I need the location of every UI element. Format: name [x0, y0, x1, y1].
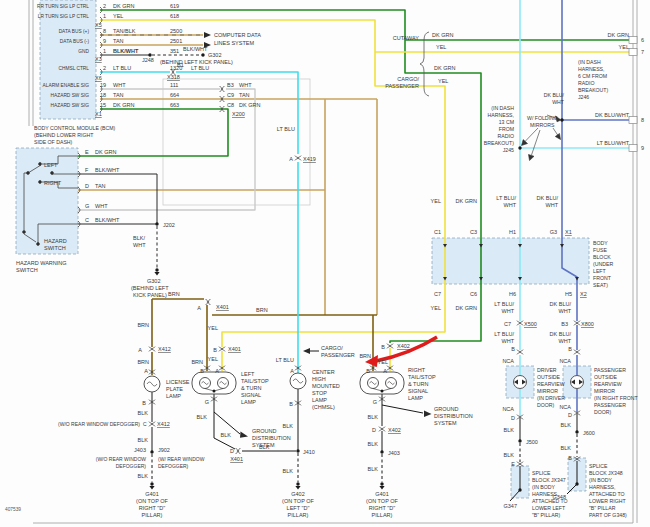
label-172: BLK — [368, 466, 379, 472]
label-188: (IN DASH — [578, 59, 601, 65]
label-123: TAIL/STOP — [408, 374, 436, 380]
label-187: YEL — [438, 78, 448, 84]
label-73: C — [85, 217, 89, 223]
label-96: YEL — [378, 359, 388, 365]
label-68: BLK/WHT — [95, 167, 120, 173]
label-37: 19 — [100, 82, 106, 88]
label-210: DK GRN — [456, 198, 477, 204]
label-216: C3 — [470, 229, 477, 235]
label-113: & TURN — [241, 385, 261, 391]
label-0: RR TURN SIG LP CTRL — [37, 4, 89, 9]
label-146: (ON TOP OF — [136, 498, 168, 504]
chmsl-lamp — [290, 373, 306, 389]
label-142: (W/ REAR WINDOW — [158, 456, 205, 462]
label-79: (BEHIND LEFT — [131, 285, 169, 291]
label-111: LEFT — [241, 371, 255, 377]
label-115: LAMP — [241, 399, 256, 405]
label-21: BLK/WHT — [113, 48, 139, 54]
label-78: G302 — [147, 278, 160, 284]
label-9: DATA BUS (+) — [59, 29, 90, 34]
label-124: & TURN — [408, 381, 428, 387]
label-202: RADIO — [498, 133, 514, 139]
label-195: WHT — [552, 99, 565, 105]
label-23: BLK/WHT — [183, 46, 208, 52]
label-270: J600 — [583, 430, 595, 436]
label-178: DK GRN — [432, 32, 453, 38]
label-91: X401 — [228, 346, 241, 352]
label-85: BRN — [137, 322, 149, 328]
label-11: TAN/BLK — [113, 28, 136, 34]
label-127: G — [205, 399, 209, 405]
label-154: D — [230, 448, 234, 454]
label-175: RIGHT "D" — [369, 505, 395, 511]
label-3: 619 — [170, 3, 179, 9]
label-171: J403 — [388, 450, 400, 456]
label-279: (IN BODY — [532, 484, 556, 490]
label-97: CARGO/ — [321, 345, 343, 351]
label-288: ATTACHED TO — [589, 491, 625, 497]
label-241: X800 — [581, 321, 594, 327]
label-240: B3 — [561, 321, 568, 327]
label-229: LEFT — [593, 268, 607, 274]
label-181: YEL — [436, 44, 446, 50]
label-231: SEAT) — [593, 282, 608, 288]
label-266: D — [568, 412, 572, 418]
label-234: LT BLU/ — [494, 301, 514, 307]
label-36: ALARM ENABLE SIG — [43, 83, 90, 88]
label-120: LAMP — [312, 397, 327, 403]
label-273: E — [511, 461, 515, 467]
label-232: YEL — [431, 305, 441, 311]
label-40: B3 — [227, 82, 234, 88]
label-82: A — [197, 305, 201, 311]
label-139: J902 — [158, 447, 170, 453]
label-70: TAN — [95, 183, 106, 189]
label-86: LT BLU — [277, 126, 295, 132]
label-198: (IN DASH — [491, 105, 514, 111]
label-128: B — [289, 401, 293, 407]
label-64: SWITCH — [16, 267, 38, 273]
driver-mirror-motor — [514, 376, 527, 389]
label-147: RIGHT "D" — [139, 505, 165, 511]
label-201: FROM — [499, 126, 514, 132]
left-tail-lamp — [192, 372, 236, 394]
label-72: WHT — [95, 203, 108, 209]
label-15: TAN — [113, 38, 124, 44]
label-83: X401 — [216, 304, 229, 310]
label-54: X1 — [95, 111, 102, 117]
label-18: LINES SYSTEM — [214, 40, 254, 46]
label-182: YEL — [619, 44, 629, 50]
label-227: BLOCK — [593, 254, 611, 260]
label-51: 663 — [170, 102, 179, 108]
label-263: NCA — [502, 406, 514, 412]
label-221: C6 — [470, 291, 477, 297]
label-239: X500 — [524, 321, 537, 327]
label-248: NCA — [502, 358, 514, 364]
label-32: B1 — [177, 62, 184, 68]
label-12: 2500 — [170, 28, 182, 34]
label-20: 1 — [103, 48, 106, 54]
label-155: X401 — [230, 456, 243, 462]
label-16: 2501 — [170, 38, 182, 44]
label-93: B — [381, 344, 385, 350]
label-38: WHT — [113, 82, 126, 88]
label-257: OUTSIDE — [594, 374, 618, 380]
wiring-diagram-canvas: RR TURN SIG LP CTRL2DK GRN619LR TURN SIG… — [0, 0, 650, 527]
label-289: LOWER RIGHT — [589, 498, 626, 504]
label-236: DK BLU/ — [550, 301, 572, 307]
label-143: DEFOGGER) — [158, 463, 189, 469]
label-62: SWITCH — [44, 245, 66, 251]
wires-lt-blu-wht — [520, 0, 633, 416]
wires-lt-blu — [100, 72, 298, 373]
connector-symbols — [78, 7, 580, 466]
label-267: BLK — [504, 427, 515, 433]
label-126: LAMP — [408, 395, 423, 401]
label-252: REARVIEW — [537, 381, 565, 387]
label-260: (IN RIGHT FRONT — [594, 395, 639, 401]
label-238: C7 — [504, 321, 511, 327]
label-183: 7 — [641, 49, 644, 55]
label-249: NCA — [559, 358, 571, 364]
label-66: DK GRN — [95, 149, 116, 155]
label-19: GND — [78, 49, 89, 54]
label-244: B — [511, 346, 515, 352]
label-119: STOP — [312, 390, 327, 396]
